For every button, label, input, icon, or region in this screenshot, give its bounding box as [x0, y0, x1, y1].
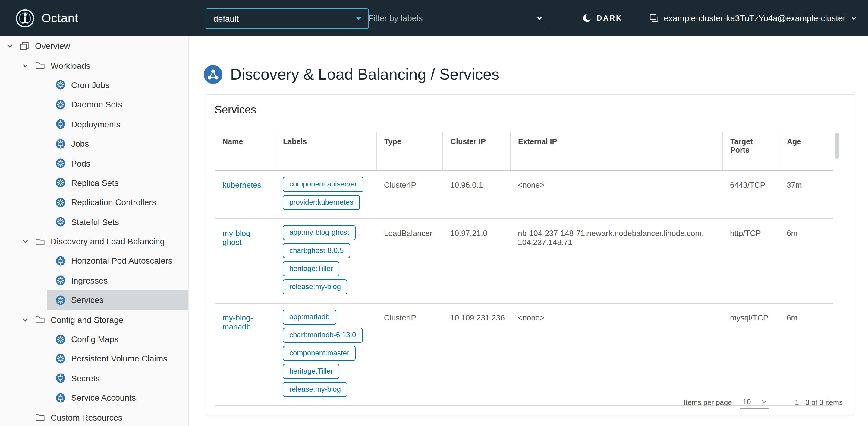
service-name-link[interactable]: my-blog-mariadb — [222, 313, 253, 331]
sidebar-item-label: Deployments — [71, 119, 120, 129]
target-ports-cell: 6443/TCP — [722, 170, 779, 219]
sidebar-item-service-accounts[interactable]: Service Accounts — [47, 388, 188, 407]
octant-logo-icon — [16, 9, 34, 27]
services-table: NameLabelsTypeCluster IPExternal IPTarge… — [215, 132, 833, 406]
cluster-context-label: example-cluster-ka3TuTzYo4a@example-clus… — [664, 13, 846, 23]
chevron-down-icon[interactable] — [22, 315, 35, 324]
chevron-down-icon[interactable] — [6, 41, 19, 51]
cluster-ip-cell: 10.97.21.0 — [442, 219, 510, 303]
folder-icon — [35, 236, 45, 247]
sidebar-item-cron-jobs[interactable]: Cron Jobs — [47, 76, 188, 95]
config-maps-icon — [56, 334, 66, 344]
sidebar-item-horizontal-pod-autoscalers[interactable]: Horizontal Pod Autoscalers — [47, 251, 188, 271]
deployments-icon — [56, 119, 66, 130]
chevron-down-icon — [761, 398, 767, 405]
type-cell: LoadBalancer — [376, 219, 442, 303]
sidebar-item-config-and-storage[interactable]: Config and Storage — [0, 310, 188, 330]
label-pill[interactable]: heritage:Tiller — [283, 261, 340, 276]
sidebar-item-ingresses[interactable]: Ingresses — [47, 271, 188, 290]
pagination-range: 1 - 3 of 3 items — [795, 398, 843, 406]
table-scrollbar-thumb[interactable] — [835, 133, 839, 159]
sidebar-item-label: Overview — [35, 41, 70, 51]
label-pill[interactable]: heritage:Tiller — [283, 364, 340, 379]
label-pill[interactable]: app:mariadb — [283, 310, 336, 324]
sidebar-item-secrets[interactable]: Secrets — [47, 368, 188, 388]
label-pill[interactable]: app:my-blog-ghost — [283, 225, 356, 240]
namespace-select[interactable]: default — [206, 8, 369, 29]
label-pill[interactable]: chart:mariadb-6.13.0 — [283, 328, 363, 343]
sidebar-item-label: Replication Controllers — [71, 198, 156, 207]
table-header-row: NameLabelsTypeCluster IPExternal IPTarge… — [215, 132, 833, 170]
items-per-page-select[interactable]: 10 — [741, 396, 769, 408]
sidebar-item-config-maps[interactable]: Config Maps — [47, 330, 188, 349]
replica-sets-icon — [56, 178, 66, 188]
sidebar-item-pods[interactable]: Pods — [47, 153, 188, 173]
theme-toggle-label: DARK — [597, 14, 622, 22]
sidebar-nav: OverviewWorkloadsCron JobsDaemon SetsDep… — [0, 36, 189, 426]
sidebar-item-discovery-and-load-balancing[interactable]: Discovery and Load Balancing — [0, 232, 188, 251]
sidebar-item-label: Persistent Volume Claims — [71, 354, 167, 364]
target-ports-cell: http/TCP — [722, 219, 779, 303]
sidebar-item-custom-resources[interactable]: Custom Resources — [0, 407, 188, 426]
filter-labels-combobox[interactable] — [367, 8, 546, 28]
chevron-down-icon[interactable] — [22, 61, 35, 70]
sidebar-item-label: Daemon Sets — [71, 100, 122, 110]
sidebar-item-deployments[interactable]: Deployments — [47, 114, 188, 134]
label-pill[interactable]: release:my-blog — [283, 279, 347, 294]
sidebar-item-jobs[interactable]: Jobs — [47, 134, 188, 153]
theme-toggle[interactable]: DARK — [582, 0, 622, 36]
card-title: Services — [215, 104, 854, 116]
sidebar-item-persistent-volume-claims[interactable]: Persistent Volume Claims — [47, 349, 188, 369]
sidebar-item-label: Replica Sets — [71, 178, 119, 188]
chevron-down-icon — [355, 15, 362, 22]
column-header-external-ip: External IP — [510, 132, 722, 170]
sidebar-item-replication-controllers[interactable]: Replication Controllers — [47, 193, 188, 212]
label-pill[interactable]: component:master — [283, 346, 356, 361]
items-per-page-value: 10 — [743, 397, 751, 406]
table-row: my-blog-ghostapp:my-blog-ghostchart:ghos… — [215, 219, 833, 303]
items-per-page-label: Items per page — [684, 398, 732, 406]
column-header-type: Type — [376, 132, 442, 170]
sidebar-item-label: Services — [71, 295, 103, 305]
app-title: Octant — [41, 11, 78, 25]
sidebar-item-daemon-sets[interactable]: Daemon Sets — [47, 95, 188, 114]
sidebar-item-label: Config Maps — [71, 334, 119, 344]
folder-icon — [35, 412, 45, 422]
sidebar-item-label: Discovery and Load Balancing — [51, 236, 164, 246]
daemon-sets-icon — [56, 100, 66, 110]
service-name-link[interactable]: my-blog-ghost — [222, 229, 253, 247]
page-header: Discovery & Load Balancing / Services — [204, 55, 499, 95]
sidebar-item-replica-sets[interactable]: Replica Sets — [47, 173, 188, 193]
service-name-link[interactable]: kubernetes — [222, 180, 261, 190]
column-header-target-ports: Target Ports — [722, 132, 779, 170]
services-icon — [56, 295, 66, 305]
sidebar-item-overview[interactable]: Overview — [0, 36, 188, 56]
chevron-down-icon — [850, 15, 857, 22]
type-cell: ClusterIP — [376, 170, 442, 219]
chevron-down-icon[interactable] — [536, 15, 546, 22]
sidebar-item-label: Config and Storage — [51, 315, 123, 324]
filter-labels-input[interactable] — [367, 13, 536, 23]
label-pill[interactable]: component:apiserver — [283, 177, 364, 192]
cluster-context-selector[interactable]: example-cluster-ka3TuTzYo4a@example-clus… — [649, 0, 857, 36]
sidebar-item-label: Jobs — [71, 139, 89, 148]
folder-icon — [35, 60, 45, 70]
persistent-volume-claims-icon — [56, 353, 66, 364]
age-cell: 37m — [779, 170, 833, 219]
sidebar-item-label: Horizontal Pod Autoscalers — [71, 256, 173, 266]
sidebar-item-services[interactable]: Services — [47, 290, 188, 310]
label-pill[interactable]: provider:kubernetes — [283, 195, 360, 210]
labels-cell: component:apiserverprovider:kubernetes — [275, 170, 376, 219]
column-header-name: Name — [215, 132, 275, 170]
sidebar-item-workloads[interactable]: Workloads — [0, 56, 188, 76]
jobs-icon — [56, 139, 66, 149]
labels-cell: app:my-blog-ghostchart:ghost-8.0.5herita… — [275, 219, 376, 303]
service-accounts-icon — [56, 393, 66, 403]
sidebar-item-stateful-sets[interactable]: Stateful Sets — [47, 212, 188, 232]
label-pill[interactable]: chart:ghost-8.0.5 — [283, 243, 350, 258]
secrets-icon — [56, 373, 66, 384]
cluster-icon — [649, 13, 659, 23]
chevron-down-icon[interactable] — [22, 236, 35, 246]
main-content: Discovery & Load Balancing / Services Se… — [189, 36, 868, 426]
header: Octant default DARK — [0, 0, 868, 36]
